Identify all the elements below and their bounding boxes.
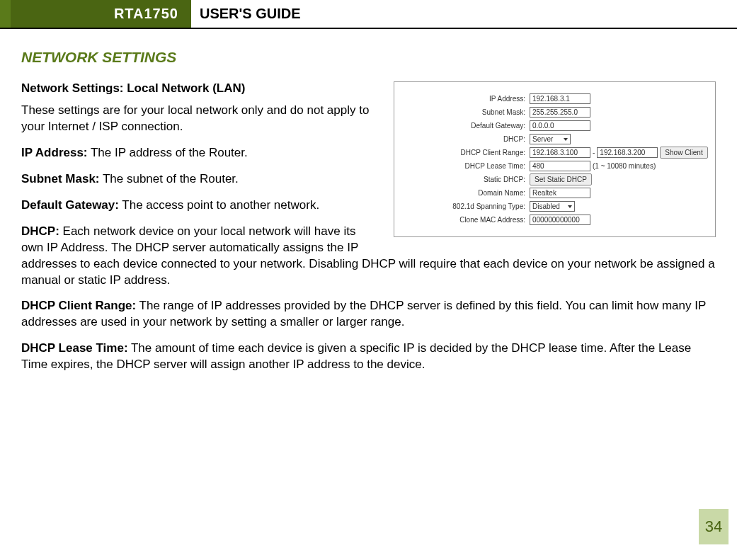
fig-row-static: Static DHCP: Set Static DHCP [401, 173, 708, 186]
fig-row-lease: DHCP Lease Time: 480 (1 ~ 10080 minutes) [401, 159, 708, 173]
def-dhcp-label: DHCP: [21, 224, 59, 238]
fig-input-range-to[interactable]: 192.168.3.200 [597, 147, 658, 158]
model-badge: RTA1750 [11, 0, 191, 28]
def-ip-label: IP Address: [21, 146, 88, 159]
fig-lease-note: (1 ~ 10080 minutes) [593, 162, 656, 170]
section-title: NETWORK SETTINGS [21, 49, 716, 66]
fig-row-spanning: 802.1d Spanning Type: Disabled [401, 200, 708, 213]
fig-label-static: Static DHCP: [401, 176, 530, 183]
fig-label-lease: DHCP Lease Time: [401, 162, 530, 170]
fig-select-dhcp-value: Server [532, 135, 553, 143]
fig-label-mask: Subnet Mask: [401, 108, 530, 116]
fig-input-gw[interactable]: 0.0.0.0 [530, 120, 590, 131]
lan-settings-figure: IP Address: 192.168.3.1 Subnet Mask: 255… [394, 81, 716, 237]
fig-button-show-client[interactable]: Show Client [660, 147, 707, 159]
page-content: NETWORK SETTINGS IP Address: 192.168.3.1… [0, 29, 737, 383]
chevron-down-icon [564, 138, 568, 141]
fig-label-gw: Default Gateway: [401, 122, 530, 130]
fig-row-mask: Subnet Mask: 255.255.255.0 [401, 105, 708, 119]
def-lease-label: DHCP Lease Time: [21, 341, 128, 355]
def-gw-label: Default Gateway: [21, 198, 119, 212]
guide-title: USER'S GUIDE [191, 0, 301, 28]
fig-row-ip: IP Address: 192.168.3.1 [401, 92, 708, 105]
fig-row-gw: Default Gateway: 0.0.0.0 [401, 119, 708, 132]
fig-row-domain: Domain Name: Realtek [401, 186, 708, 200]
fig-input-domain[interactable]: Realtek [530, 188, 590, 198]
fig-select-spanning[interactable]: Disabled [530, 201, 575, 212]
model-text: RTA1750 [114, 6, 178, 21]
fig-button-set-static-dhcp[interactable]: Set Static DHCP [530, 173, 592, 185]
header-left-pad [0, 0, 11, 28]
def-range-label: DHCP Client Range: [21, 299, 136, 312]
fig-label-range: DHCP Client Range: [401, 149, 530, 156]
fig-row-range: DHCP Client Range: 192.168.3.100 - 192.1… [401, 146, 708, 159]
fig-input-mac[interactable]: 000000000000 [530, 215, 590, 225]
fig-range-dash: - [593, 149, 595, 156]
chevron-down-icon [568, 205, 572, 208]
fig-select-dhcp[interactable]: Server [530, 134, 571, 144]
fig-input-range-from[interactable]: 192.168.3.100 [530, 147, 590, 158]
def-ip-text: The IP address of the Router. [88, 146, 248, 159]
fig-input-mask[interactable]: 255.255.255.0 [530, 107, 590, 118]
def-mask-text: The subnet of the Router. [100, 172, 239, 185]
fig-row-dhcp: DHCP: Server [401, 132, 708, 146]
header-bar: RTA1750 USER'S GUIDE [0, 0, 737, 29]
fig-label-mac: Clone MAC Address: [401, 216, 530, 224]
page-number: 34 [699, 509, 729, 544]
fig-input-ip[interactable]: 192.168.3.1 [530, 93, 590, 104]
fig-select-spanning-value: Disabled [532, 202, 560, 210]
def-gw-text: The access point to another network. [119, 198, 319, 212]
fig-label-ip: IP Address: [401, 95, 530, 103]
fig-label-spanning: 802.1d Spanning Type: [401, 202, 530, 210]
fig-input-lease[interactable]: 480 [530, 161, 590, 171]
def-range: DHCP Client Range: The range of IP addre… [21, 298, 716, 331]
fig-row-mac: Clone MAC Address: 000000000000 [401, 213, 708, 227]
fig-label-domain: Domain Name: [401, 189, 530, 197]
def-mask-label: Subnet Mask: [21, 172, 100, 185]
def-lease: DHCP Lease Time: The amount of time each… [21, 341, 716, 373]
fig-label-dhcp: DHCP: [401, 135, 530, 143]
